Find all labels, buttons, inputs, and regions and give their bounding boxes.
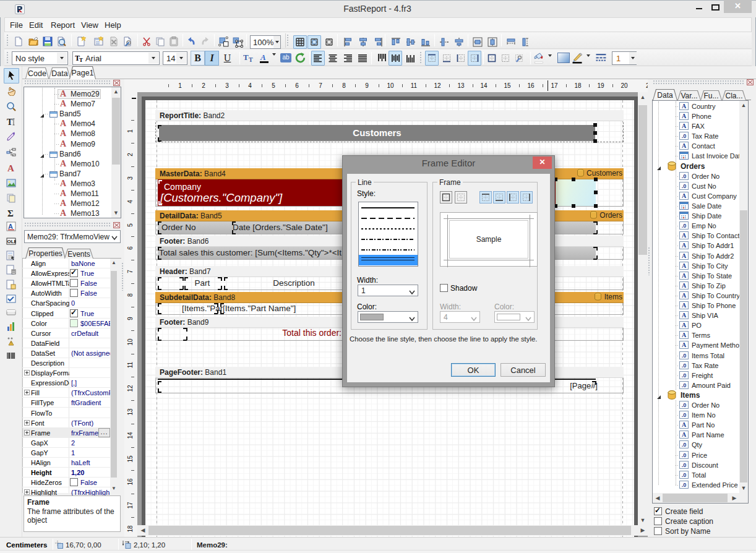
svg-text:Σ: Σ (7, 208, 14, 218)
svg-text:A: A (260, 53, 266, 62)
svg-text:A: A (8, 223, 13, 230)
svg-text:T: T (7, 118, 13, 127)
svg-text:OLE: OLE (7, 239, 17, 244)
svg-text:A: A (7, 163, 14, 173)
svg-text:T: T (249, 56, 253, 63)
svg-text:T: T (79, 57, 83, 62)
svg-text:T: T (243, 53, 249, 62)
